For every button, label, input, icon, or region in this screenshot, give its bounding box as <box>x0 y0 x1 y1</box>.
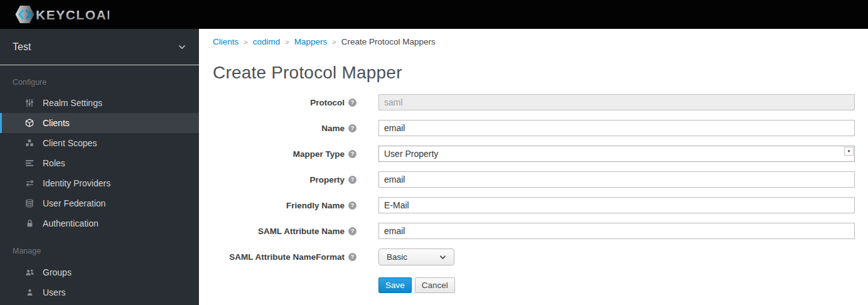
sidebar-section-manage: Manage <box>13 247 186 255</box>
database-icon <box>24 198 35 208</box>
sidebar-item-user-federation[interactable]: User Federation <box>0 193 199 213</box>
breadcrumb-current: Create Protocol Mappers <box>341 37 436 46</box>
saml-attribute-nameformat-label: SAML Attribute NameFormat <box>229 252 345 262</box>
sidebar-item-groups[interactable]: Groups <box>0 262 199 282</box>
form-row-mapper-type: Mapper Type ? User Property ▼ <box>213 146 855 162</box>
form-row-saml-attribute-name: SAML Attribute Name ? <box>213 223 855 239</box>
help-icon[interactable]: ? <box>348 150 356 158</box>
create-protocol-mapper-form: Protocol ? Name ? Mapper Type ? <box>213 94 855 293</box>
save-button[interactable]: Save <box>378 277 412 293</box>
sidebar-item-label: Groups <box>43 267 72 277</box>
sidebar-item-label: Roles <box>43 158 65 168</box>
breadcrumb-separator: > <box>332 38 336 46</box>
keycloak-logo: KEYCLOAK <box>15 4 109 24</box>
sidebar-item-users[interactable]: Users <box>0 282 199 302</box>
protocol-label: Protocol <box>310 98 345 107</box>
cube-icon <box>24 118 35 128</box>
nameformat-value: Basic <box>387 252 407 262</box>
breadcrumb-link-clients[interactable]: Clients <box>213 37 238 46</box>
sidebar-item-label: Users <box>43 287 66 297</box>
sidebar-item-label: Authentication <box>43 218 99 228</box>
breadcrumb-link-codimd[interactable]: codimd <box>253 37 281 46</box>
sidebar: Test Configure Realm Settings <box>0 29 199 305</box>
breadcrumb-separator: > <box>285 38 289 46</box>
help-icon[interactable]: ? <box>348 201 356 210</box>
name-label: Name <box>321 124 345 133</box>
help-icon[interactable]: ? <box>348 227 356 235</box>
user-icon <box>24 287 35 297</box>
sidebar-item-authentication[interactable]: Authentication <box>0 213 199 233</box>
main-content: Clients > codimd > Mappers > Create Prot… <box>199 29 868 305</box>
lock-icon <box>24 218 35 228</box>
sidebar-item-clients[interactable]: Clients <box>0 113 199 133</box>
mapper-type-select[interactable]: User Property ▼ <box>378 146 855 162</box>
sidebar-item-label: User Federation <box>43 198 105 208</box>
help-icon[interactable]: ? <box>348 253 356 261</box>
property-label: Property <box>309 175 345 185</box>
form-row-name: Name ? <box>213 120 855 136</box>
breadcrumb-link-mappers[interactable]: Mappers <box>294 37 328 46</box>
breadcrumb-separator: > <box>244 38 247 46</box>
logo-text: KEYCLOAK <box>36 8 109 22</box>
form-row-friendly-name: Friendly Name ? <box>213 197 855 213</box>
help-icon[interactable]: ? <box>348 99 356 107</box>
sidebar-item-label: Identity Providers <box>43 178 110 188</box>
page-title: Create Protocol Mapper <box>213 63 855 83</box>
mapper-type-value: User Property <box>384 149 438 159</box>
keycloak-logo-icon: KEYCLOAK <box>15 4 109 24</box>
group-icon <box>24 267 35 277</box>
chevron-down-icon <box>439 255 446 260</box>
breadcrumb: Clients > codimd > Mappers > Create Prot… <box>213 37 855 46</box>
form-row-saml-attribute-nameformat: SAML Attribute NameFormat ? Basic <box>213 249 855 265</box>
form-row-property: Property ? <box>213 171 855 188</box>
list-icon <box>24 158 35 168</box>
sliders-icon <box>24 98 35 108</box>
protocol-input <box>378 94 855 110</box>
saml-attribute-name-label: SAML Attribute Name <box>258 227 345 236</box>
form-actions: Save Cancel <box>213 277 855 293</box>
realm-selector[interactable]: Test <box>0 29 199 65</box>
name-input[interactable] <box>378 120 855 136</box>
property-input[interactable] <box>378 171 855 188</box>
help-icon[interactable]: ? <box>348 124 356 132</box>
chevron-down-icon <box>178 45 186 50</box>
sidebar-item-label: Client Scopes <box>43 138 97 148</box>
arrows-icon <box>24 178 35 188</box>
cubes-icon <box>24 138 35 148</box>
mapper-type-label: Mapper Type <box>293 149 345 159</box>
form-row-protocol: Protocol ? <box>213 94 855 110</box>
sidebar-section-configure: Configure <box>13 78 186 87</box>
realm-name: Test <box>13 41 31 53</box>
sidebar-item-realm-settings[interactable]: Realm Settings <box>0 93 199 113</box>
saml-attribute-name-input[interactable] <box>378 223 855 239</box>
app-header: KEYCLOAK <box>0 0 868 29</box>
sidebar-item-roles[interactable]: Roles <box>0 153 199 173</box>
saml-attribute-nameformat-select[interactable]: Basic <box>378 249 454 265</box>
sidebar-item-label: Realm Settings <box>43 98 102 108</box>
friendly-name-label: Friendly Name <box>286 201 345 210</box>
sidebar-item-identity-providers[interactable]: Identity Providers <box>0 173 199 193</box>
friendly-name-input[interactable] <box>378 197 855 213</box>
cancel-button[interactable]: Cancel <box>415 277 455 293</box>
dropdown-arrow-icon: ▼ <box>844 147 854 156</box>
help-icon[interactable]: ? <box>348 176 356 184</box>
sidebar-item-label: Clients <box>43 118 70 128</box>
sidebar-item-client-scopes[interactable]: Client Scopes <box>0 133 199 153</box>
